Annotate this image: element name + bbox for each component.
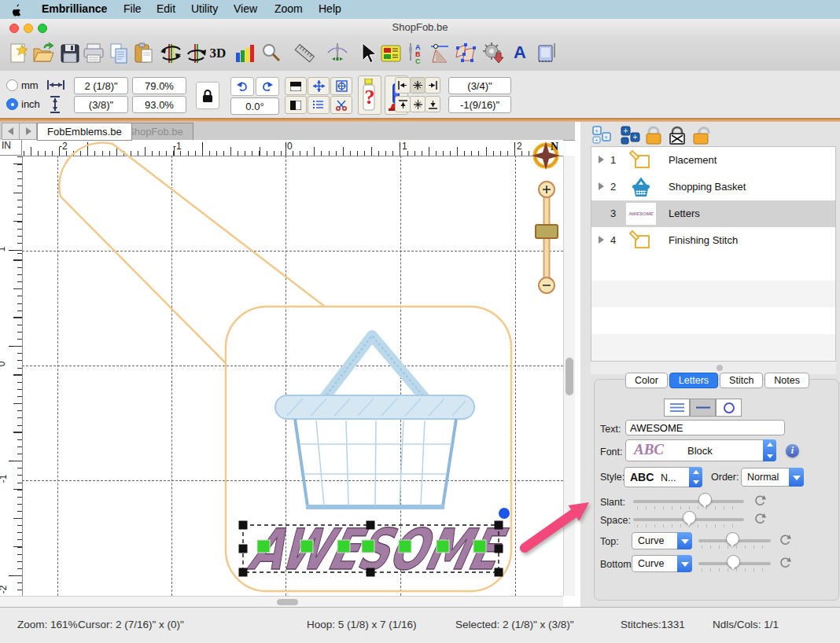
disclosure-icon[interactable]: [599, 182, 604, 190]
contrast-view-button[interactable]: [285, 77, 307, 95]
align-top-button[interactable]: [395, 96, 411, 112]
circle-mode-button[interactable]: [716, 399, 742, 417]
rotation-angle-field[interactable]: 0.0°: [230, 97, 279, 115]
aspect-lock-button[interactable]: [196, 82, 219, 109]
rotate-right-button[interactable]: [256, 77, 279, 96]
top-reset-icon[interactable]: [779, 534, 791, 546]
align-middle-v-button[interactable]: [410, 96, 426, 112]
tab-notes[interactable]: Notes: [764, 373, 809, 388]
unit-mm-radio[interactable]: [6, 79, 18, 91]
thread-colors-icon[interactable]: ABC: [404, 42, 428, 65]
unit-inch-radio[interactable]: [6, 98, 18, 110]
menu-zoom[interactable]: Zoom: [274, 2, 303, 15]
zoom-slider-handle[interactable]: [536, 225, 558, 238]
position-h-field[interactable]: (3/4)": [448, 77, 511, 94]
tab-letters[interactable]: Letters: [669, 373, 718, 388]
bottom-slider-thumb[interactable]: [727, 555, 740, 568]
new-file-icon[interactable]: [6, 42, 30, 65]
object-row-placement[interactable]: 1 Placement: [591, 147, 835, 174]
select-arrow-icon[interactable]: [356, 42, 379, 65]
align-bottom-button[interactable]: [425, 96, 440, 112]
measure-icon[interactable]: [293, 42, 316, 65]
paste-icon[interactable]: [132, 42, 156, 65]
style-selector[interactable]: ABC N...: [624, 467, 702, 487]
apple-menu-icon[interactable]: [11, 3, 23, 17]
expand-groups-icon[interactable]: +++: [592, 126, 613, 145]
object-row-finishing[interactable]: 4 Finishing Stitch: [591, 227, 835, 254]
width-value-field[interactable]: 2 (1/8)": [74, 77, 128, 94]
slant-slider[interactable]: [633, 500, 744, 503]
text-input[interactable]: [625, 420, 785, 435]
open-file-icon[interactable]: [31, 42, 55, 65]
height-percent-field[interactable]: 93.0%: [132, 96, 186, 113]
tab-stitch[interactable]: Stitch: [720, 373, 763, 388]
menu-edit[interactable]: Edit: [157, 2, 175, 15]
letters-icon[interactable]: A: [510, 42, 530, 66]
canvas-horizontal-scrollbar[interactable]: [0, 596, 563, 608]
bottom-dropdown[interactable]: Curve: [632, 555, 692, 572]
object-row-letters-selected[interactable]: 3 AWESOME Letters: [591, 200, 835, 227]
unlock-icon[interactable]: [691, 126, 712, 145]
disclosure-icon[interactable]: [599, 236, 604, 244]
multiline-mode-button[interactable]: [664, 399, 690, 417]
font-selector[interactable]: ABC Block: [625, 439, 776, 461]
disclosure-icon[interactable]: [599, 156, 604, 164]
width-percent-field[interactable]: 79.0%: [132, 77, 186, 94]
collapse-groups-icon[interactable]: ++: [621, 126, 641, 145]
top-dropdown[interactable]: Curve: [632, 532, 692, 549]
tab-fobemblems[interactable]: FobEmblems.be: [37, 123, 132, 141]
stitch-edit-icon[interactable]: [453, 42, 477, 65]
rotate-left-button[interactable]: [230, 77, 254, 96]
object-row-basket[interactable]: 2 Shopping Basket: [591, 174, 835, 200]
font-info-icon[interactable]: i: [786, 444, 799, 457]
stitch-list-button[interactable]: [308, 96, 330, 114]
flip-horizontal-icon[interactable]: [159, 42, 182, 65]
menu-app-name[interactable]: Embrilliance: [42, 2, 107, 15]
move-hoop-button[interactable]: [308, 77, 330, 95]
tab-color[interactable]: Color: [625, 373, 668, 388]
help-spray-icon[interactable]: ?: [358, 75, 381, 115]
order-dropdown[interactable]: Normal: [741, 468, 804, 487]
thread-chart-icon[interactable]: [233, 42, 256, 65]
copy-icon[interactable]: [107, 42, 131, 65]
space-reset-icon[interactable]: [753, 513, 766, 525]
top-slider-thumb[interactable]: [726, 532, 739, 546]
space-slider-thumb[interactable]: [683, 511, 696, 524]
slant-slider-thumb[interactable]: [698, 493, 712, 506]
slant-reset-icon[interactable]: [753, 494, 766, 507]
align-left-button[interactable]: [395, 77, 411, 94]
split-view-button[interactable]: [285, 96, 307, 114]
menu-file[interactable]: File: [123, 2, 142, 15]
align-right-button[interactable]: [425, 77, 440, 94]
shopping-basket-design[interactable]: [275, 336, 474, 507]
save-icon[interactable]: [58, 42, 82, 65]
design-canvas[interactable]: AWESOME N: [0, 122, 575, 607]
copy-design-icon[interactable]: [535, 42, 558, 65]
menu-utility[interactable]: Utility: [191, 2, 218, 15]
batch-convert-icon[interactable]: [481, 42, 505, 65]
rotation-handle[interactable]: [499, 508, 510, 519]
bottom-reset-icon[interactable]: [779, 557, 791, 569]
height-value-field[interactable]: (3/8)": [74, 96, 128, 113]
position-v-field[interactable]: -1(9/16)": [448, 96, 511, 113]
lock-icon[interactable]: [644, 126, 665, 145]
menu-view[interactable]: View: [234, 2, 257, 15]
font-stepper[interactable]: [763, 439, 776, 461]
h-scroll-thumb[interactable]: [277, 599, 298, 605]
menu-help[interactable]: Help: [319, 2, 341, 15]
properties-icon[interactable]: [379, 42, 403, 65]
stitch-position-icon[interactable]: [326, 42, 349, 65]
zoom-tool-icon[interactable]: [260, 42, 283, 65]
v-scroll-thumb[interactable]: [566, 358, 573, 395]
center-hoop-button[interactable]: [330, 77, 352, 95]
reshape-icon[interactable]: [428, 42, 451, 65]
align-center-h-button[interactable]: [410, 77, 426, 94]
trim-button[interactable]: [330, 96, 352, 114]
lock-x-icon[interactable]: [668, 126, 688, 145]
rotate-icon[interactable]: [184, 42, 208, 65]
singleline-mode-button[interactable]: [690, 399, 716, 417]
print-icon[interactable]: [82, 42, 105, 65]
list-scroll-thumb[interactable]: [717, 365, 723, 371]
3d-view-icon[interactable]: 3D: [208, 46, 228, 69]
style-stepper[interactable]: [689, 467, 702, 487]
